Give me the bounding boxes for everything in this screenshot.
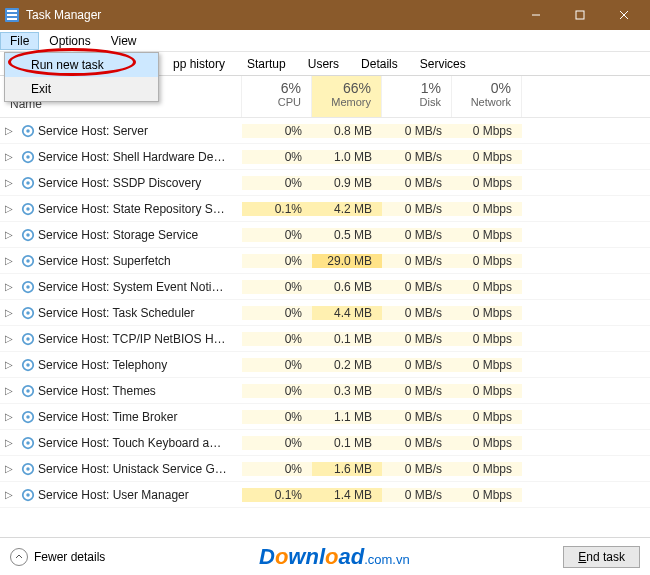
net-cell: 0 Mbps bbox=[452, 176, 522, 190]
process-row[interactable]: ▷Service Host: Task Scheduler0%4.4 MB0 M… bbox=[0, 300, 650, 326]
menu-exit[interactable]: Exit bbox=[5, 77, 158, 101]
net-cell: 0 Mbps bbox=[452, 150, 522, 164]
expand-icon[interactable]: ▷ bbox=[0, 385, 18, 396]
expand-icon[interactable]: ▷ bbox=[0, 281, 18, 292]
process-row[interactable]: ▷Service Host: State Repository S…0.1%4.… bbox=[0, 196, 650, 222]
net-cell: 0 Mbps bbox=[452, 124, 522, 138]
expand-icon[interactable]: ▷ bbox=[0, 151, 18, 162]
menu-view[interactable]: View bbox=[101, 32, 147, 50]
service-icon bbox=[18, 202, 38, 216]
mem-cell: 1.0 MB bbox=[312, 150, 382, 164]
end-task-button[interactable]: End task bbox=[563, 546, 640, 568]
expand-icon[interactable]: ▷ bbox=[0, 359, 18, 370]
net-cell: 0 Mbps bbox=[452, 488, 522, 502]
service-icon bbox=[18, 384, 38, 398]
close-button[interactable] bbox=[602, 0, 646, 30]
cpu-cell: 0% bbox=[242, 280, 312, 294]
menu-bar: File Options View bbox=[0, 30, 650, 52]
process-row[interactable]: ▷Service Host: Touch Keyboard a…0%0.1 MB… bbox=[0, 430, 650, 456]
svg-point-19 bbox=[26, 259, 30, 263]
process-name: Service Host: Telephony bbox=[38, 358, 242, 372]
svg-point-31 bbox=[26, 415, 30, 419]
expand-icon[interactable]: ▷ bbox=[0, 333, 18, 344]
expand-icon[interactable]: ▷ bbox=[0, 125, 18, 136]
fewer-details-button[interactable]: Fewer details bbox=[10, 548, 105, 566]
service-icon bbox=[18, 410, 38, 424]
process-name: Service Host: System Event Noti… bbox=[38, 280, 242, 294]
process-row[interactable]: ▷Service Host: Shell Hardware De…0%1.0 M… bbox=[0, 144, 650, 170]
mem-cell: 4.2 MB bbox=[312, 202, 382, 216]
disk-cell: 0 MB/s bbox=[382, 306, 452, 320]
expand-icon[interactable]: ▷ bbox=[0, 177, 18, 188]
menu-run-new-task[interactable]: Run new task bbox=[5, 53, 158, 77]
process-row[interactable]: ▷Service Host: Server0%0.8 MB0 MB/s0 Mbp… bbox=[0, 118, 650, 144]
mem-cell: 0.2 MB bbox=[312, 358, 382, 372]
process-row[interactable]: ▷Service Host: User Manager0.1%1.4 MB0 M… bbox=[0, 482, 650, 508]
svg-rect-2 bbox=[7, 14, 17, 16]
tab-users[interactable]: Users bbox=[297, 52, 350, 75]
minimize-button[interactable] bbox=[514, 0, 558, 30]
fewer-details-label: Fewer details bbox=[34, 550, 105, 564]
mem-cell: 1.1 MB bbox=[312, 410, 382, 424]
col-memory[interactable]: 66% Memory bbox=[312, 76, 382, 117]
disk-cell: 0 MB/s bbox=[382, 228, 452, 242]
disk-cell: 0 MB/s bbox=[382, 280, 452, 294]
svg-rect-5 bbox=[576, 11, 584, 19]
cpu-cell: 0% bbox=[242, 332, 312, 346]
process-row[interactable]: ▷Service Host: Themes0%0.3 MB0 MB/s0 Mbp… bbox=[0, 378, 650, 404]
mem-cell: 0.8 MB bbox=[312, 124, 382, 138]
col-disk[interactable]: 1% Disk bbox=[382, 76, 452, 117]
net-cell: 0 Mbps bbox=[452, 280, 522, 294]
disk-cell: 0 MB/s bbox=[382, 436, 452, 450]
process-list[interactable]: ▷Service Host: Server0%0.8 MB0 MB/s0 Mbp… bbox=[0, 118, 650, 538]
service-icon bbox=[18, 280, 38, 294]
tab-details[interactable]: Details bbox=[350, 52, 409, 75]
cpu-cell: 0% bbox=[242, 384, 312, 398]
col-cpu[interactable]: 6% CPU bbox=[242, 76, 312, 117]
svg-rect-3 bbox=[7, 18, 17, 20]
maximize-button[interactable] bbox=[558, 0, 602, 30]
menu-file[interactable]: File bbox=[0, 32, 39, 50]
process-row[interactable]: ▷Service Host: Superfetch0%29.0 MB0 MB/s… bbox=[0, 248, 650, 274]
mem-cell: 0.5 MB bbox=[312, 228, 382, 242]
expand-icon[interactable]: ▷ bbox=[0, 307, 18, 318]
process-row[interactable]: ▷Service Host: Time Broker0%1.1 MB0 MB/s… bbox=[0, 404, 650, 430]
tab-services[interactable]: Services bbox=[409, 52, 477, 75]
expand-icon[interactable]: ▷ bbox=[0, 203, 18, 214]
process-row[interactable]: ▷Service Host: Storage Service0%0.5 MB0 … bbox=[0, 222, 650, 248]
tab-app-history[interactable]: pp history bbox=[162, 52, 236, 75]
process-row[interactable]: ▷Service Host: Unistack Service G…0%1.6 … bbox=[0, 456, 650, 482]
expand-icon[interactable]: ▷ bbox=[0, 255, 18, 266]
col-network[interactable]: 0% Network bbox=[452, 76, 522, 117]
expand-icon[interactable]: ▷ bbox=[0, 437, 18, 448]
tab-startup[interactable]: Startup bbox=[236, 52, 297, 75]
process-row[interactable]: ▷Service Host: SSDP Discovery0%0.9 MB0 M… bbox=[0, 170, 650, 196]
net-cell: 0 Mbps bbox=[452, 436, 522, 450]
net-cell: 0 Mbps bbox=[452, 384, 522, 398]
menu-options[interactable]: Options bbox=[39, 32, 100, 50]
service-icon bbox=[18, 488, 38, 502]
mem-cell: 0.6 MB bbox=[312, 280, 382, 294]
svg-point-13 bbox=[26, 181, 30, 185]
expand-icon[interactable]: ▷ bbox=[0, 489, 18, 500]
process-row[interactable]: ▷Service Host: Telephony0%0.2 MB0 MB/s0 … bbox=[0, 352, 650, 378]
net-pct: 0% bbox=[452, 80, 511, 96]
process-name: Service Host: Unistack Service G… bbox=[38, 462, 242, 476]
process-row[interactable]: ▷Service Host: System Event Noti…0%0.6 M… bbox=[0, 274, 650, 300]
expand-icon[interactable]: ▷ bbox=[0, 411, 18, 422]
net-cell: 0 Mbps bbox=[452, 202, 522, 216]
disk-cell: 0 MB/s bbox=[382, 150, 452, 164]
expand-icon[interactable]: ▷ bbox=[0, 463, 18, 474]
disk-cell: 0 MB/s bbox=[382, 332, 452, 346]
cpu-cell: 0.1% bbox=[242, 488, 312, 502]
service-icon bbox=[18, 124, 38, 138]
disk-cell: 0 MB/s bbox=[382, 202, 452, 216]
net-cell: 0 Mbps bbox=[452, 462, 522, 476]
process-row[interactable]: ▷Service Host: TCP/IP NetBIOS H…0%0.1 MB… bbox=[0, 326, 650, 352]
mem-cell: 4.4 MB bbox=[312, 306, 382, 320]
expand-icon[interactable]: ▷ bbox=[0, 229, 18, 240]
net-cell: 0 Mbps bbox=[452, 254, 522, 268]
cpu-cell: 0% bbox=[242, 358, 312, 372]
mem-cell: 0.1 MB bbox=[312, 436, 382, 450]
service-icon bbox=[18, 436, 38, 450]
